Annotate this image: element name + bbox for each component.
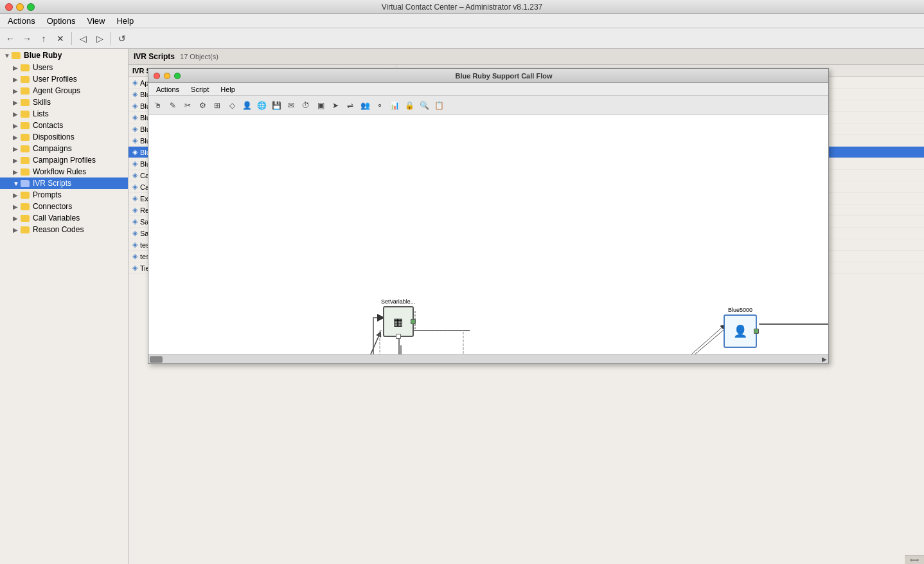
tool-transfer[interactable]: ⇌ [343, 98, 357, 113]
tool-mail[interactable]: ✉ [284, 98, 298, 113]
menu-help[interactable]: Help [111, 15, 139, 27]
folder-icon [21, 134, 30, 141]
script-min-button[interactable] [164, 73, 170, 79]
sidebar-item-workflow-rules[interactable]: ▶ Workflow Rules [0, 166, 128, 177]
sidebar-item-connectors[interactable]: ▶ Connectors [0, 201, 128, 212]
script-menu-actions[interactable]: Actions [151, 85, 184, 94]
script-max-button[interactable] [174, 73, 181, 79]
tool-settings[interactable]: ⚙ [195, 98, 209, 113]
node-setvariable[interactable]: SetVariable... ▦ [381, 298, 415, 337]
tool-person[interactable]: 👤 [240, 98, 254, 113]
folder-icon [12, 52, 21, 59]
expand-icon: ▶ [13, 157, 19, 164]
node-box-b5000[interactable]: 👤 [724, 314, 757, 348]
tool-arrow[interactable]: ➤ [328, 98, 342, 113]
script-icon: ◈ [132, 217, 138, 226]
script-menu-script[interactable]: Script [186, 85, 214, 94]
main-layout: ▼ Blue Ruby ▶ Users ▶ User Profiles ▶ Ag… [0, 49, 924, 564]
port-bottom-set[interactable] [396, 334, 401, 339]
tool-list[interactable]: 📋 [432, 98, 446, 113]
script-icon: ◈ [132, 241, 138, 249]
tool-users[interactable]: 👥 [358, 98, 372, 113]
folder-icon [21, 122, 30, 129]
tool-lock[interactable]: 🔒 [402, 98, 416, 113]
port-right-b5000[interactable] [754, 329, 759, 334]
sidebar-item-agent-groups[interactable]: ▶ Agent Groups [0, 85, 128, 96]
resize-handle[interactable]: ⟺ [905, 555, 924, 564]
folder-icon [21, 180, 30, 187]
b5000-icon: 👤 [733, 324, 747, 338]
tool-chart[interactable]: 📊 [387, 98, 402, 113]
up-button[interactable]: ↑ [36, 31, 51, 46]
prev-button[interactable]: ◁ [75, 31, 91, 46]
script-menu-help[interactable]: Help [215, 85, 240, 94]
tool-group[interactable]: ⚬ [373, 98, 387, 113]
tool-pencil[interactable]: ✎ [166, 98, 180, 113]
sidebar-item-prompts[interactable]: ▶ Prompts [0, 189, 128, 201]
scroll-thumb[interactable] [150, 356, 163, 363]
tool-scissors[interactable]: ✂ [181, 98, 195, 113]
sidebar-item-contacts[interactable]: ▶ Contacts [0, 120, 128, 131]
toolbar-separator [71, 32, 72, 45]
content-area: IVR Scripts 17 Object(s) IVR Script Name… [129, 49, 924, 564]
back-button[interactable]: ← [3, 31, 18, 46]
expand-icon: ▼ [13, 180, 19, 187]
sidebar-item-dispositions[interactable]: ▶ Dispositions [0, 131, 128, 143]
tool-box[interactable]: ▣ [314, 98, 328, 113]
sidebar-item-user-profiles[interactable]: ▶ User Profiles [0, 73, 128, 85]
toolbar-separator-2 [111, 32, 111, 45]
tool-search[interactable]: 🔍 [417, 98, 431, 113]
tool-grid[interactable]: ⊞ [210, 98, 224, 113]
node-box-set[interactable]: ▦ [383, 306, 414, 337]
tool-clock[interactable]: ⏱ [299, 98, 313, 113]
sidebar-item-call-variables[interactable]: ▶ Call Variables [0, 212, 128, 224]
sidebar-item-campaigns[interactable]: ▶ Campaigns [0, 143, 128, 154]
port-right-set[interactable] [411, 319, 416, 324]
folder-icon [21, 99, 30, 106]
menu-actions[interactable]: Actions [3, 15, 40, 27]
svg-line-14 [642, 326, 724, 354]
sidebar-item-lists[interactable]: ▶ Lists [0, 108, 128, 120]
script-icon-selected: ◈ [132, 148, 138, 156]
sidebar-item-skills[interactable]: ▶ Skills [0, 96, 128, 108]
expand-icon: ▶ [13, 215, 19, 222]
menu-options[interactable]: Options [42, 15, 81, 27]
canvas-area[interactable]: IncomingC... ⚙ SetVariable... ▦ [148, 115, 828, 354]
script-scrollbar[interactable]: ▶ [148, 354, 828, 363]
menu-bar: Actions Options View Help [0, 14, 924, 28]
sidebar-item-campaign-profiles[interactable]: ▶ Campaign Profiles [0, 154, 128, 166]
toolbar: ← → ↑ ✕ ◁ ▷ ↺ [0, 28, 924, 49]
next-button[interactable]: ▷ [92, 31, 107, 46]
stop-button[interactable]: ✕ [53, 31, 68, 46]
maximize-button[interactable] [27, 3, 35, 11]
expand-icon: ▶ [13, 64, 19, 71]
minimize-button[interactable] [16, 3, 24, 11]
expand-icon: ▶ [13, 76, 19, 83]
canvas-inner: IncomingC... ⚙ SetVariable... ▦ [148, 115, 828, 354]
sidebar-item-users[interactable]: ▶ Users [0, 62, 128, 73]
refresh-button[interactable]: ↺ [114, 31, 130, 46]
scroll-right[interactable]: ▶ [822, 356, 827, 363]
tool-diamond[interactable]: ◇ [225, 98, 239, 113]
script-menu-bar: Actions Script Help [148, 83, 828, 96]
expand-icon: ▶ [13, 111, 19, 118]
expand-arrow-icon: ▼ [4, 52, 10, 59]
close-button[interactable] [5, 3, 13, 11]
sidebar-root-label: Blue Ruby [24, 51, 62, 60]
sidebar-item-reason-codes[interactable]: ▶ Reason Codes [0, 224, 128, 235]
script-close-button[interactable] [154, 73, 160, 79]
node-blue5000[interactable]: Blue5000 👤 [724, 307, 757, 348]
tool-select[interactable]: 🖱 [151, 98, 165, 113]
window-controls[interactable] [5, 3, 35, 11]
script-icon: ◈ [132, 229, 138, 237]
tool-globe[interactable]: 🌐 [254, 98, 269, 113]
sidebar-item-ivr-scripts[interactable]: ▼ IVR Scripts [0, 177, 128, 189]
expand-icon: ▶ [13, 203, 19, 210]
menu-view[interactable]: View [82, 15, 110, 27]
node-label-set: SetVariable... [381, 298, 415, 305]
sidebar-root[interactable]: ▼ Blue Ruby [0, 49, 128, 62]
ivr-panel-count: 17 Object(s) [180, 53, 218, 60]
forward-button[interactable]: → [19, 31, 35, 46]
folder-icon [21, 87, 30, 95]
tool-disk[interactable]: 💾 [269, 98, 283, 113]
